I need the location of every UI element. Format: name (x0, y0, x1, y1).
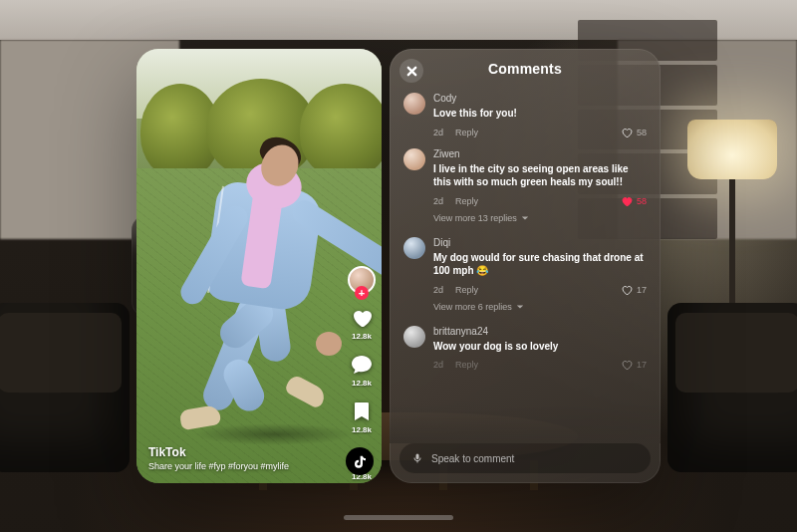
chevron-down-icon (521, 214, 529, 222)
comment-item: Cody Love this for you! 2d Reply 58 (403, 87, 647, 142)
microphone-icon (411, 452, 423, 464)
video-subject (184, 144, 334, 413)
heart-outline-icon (621, 127, 633, 138)
comment-age: 2d (433, 196, 443, 206)
view-more-replies[interactable]: View more 6 replies (433, 302, 647, 312)
video-info: TikTok Share your life #fyp #foryou #myl… (148, 445, 332, 471)
comment-count: 12.8k (352, 379, 372, 388)
reply-button[interactable]: Reply (455, 360, 478, 370)
comment-item: Diqi My dog would for sure chasing that … (403, 231, 647, 300)
avatar[interactable] (403, 148, 425, 170)
comment-like-count: 58 (637, 196, 647, 206)
avatar[interactable] (403, 237, 425, 259)
comment-author[interactable]: Cody (433, 93, 647, 104)
reply-button[interactable]: Reply (455, 285, 478, 295)
like-button[interactable]: 12.8k (350, 306, 374, 341)
comment-icon (350, 353, 374, 377)
comment-item: brittanyna24 Wow your dog is so lovely 2… (403, 320, 647, 376)
comment-text: Love this for you! (433, 107, 647, 121)
avatar[interactable] (403, 93, 425, 115)
sound-disc[interactable] (346, 447, 374, 475)
comments-button[interactable]: 12.8k (350, 353, 374, 388)
like-count: 12.8k (352, 332, 372, 341)
comment-text: I live in the city so seeing open areas … (433, 162, 647, 189)
view-more-replies[interactable]: View more 13 replies (433, 213, 647, 223)
comment-like-button[interactable]: 17 (621, 359, 647, 371)
video-caption[interactable]: Share your life #fyp #foryou #mylife (148, 461, 332, 471)
comment-author[interactable]: Ziwen (433, 148, 647, 159)
close-icon (406, 66, 417, 77)
heart-filled-icon (621, 195, 633, 207)
comment-item: Ziwen I live in the city so seeing open … (403, 142, 647, 211)
avatar[interactable] (403, 326, 425, 348)
comment-text: My dog would for sure chasing that drone… (433, 251, 647, 278)
heart-outline-icon (621, 284, 633, 296)
comments-panel: Comments Cody Love this for you! 2d Repl… (390, 49, 661, 483)
close-button[interactable] (399, 59, 423, 83)
comment-age: 2d (433, 360, 443, 370)
comment-like-button[interactable]: 58 (621, 195, 647, 207)
comment-like-count: 58 (637, 128, 647, 137)
comment-like-count: 17 (637, 285, 647, 295)
bookmark-count: 12.8k (352, 425, 372, 434)
creator-avatar-button[interactable] (348, 266, 376, 294)
comment-age: 2d (433, 128, 443, 137)
comment-like-button[interactable]: 17 (621, 284, 647, 296)
heart-icon (350, 306, 374, 330)
reply-button[interactable]: Reply (455, 128, 478, 137)
comment-input[interactable]: Speak to comment (399, 443, 651, 473)
comment-input-placeholder: Speak to comment (431, 453, 514, 464)
video-panel[interactable]: 12.8k 12.8k 12.8k 12.8k TikTok Share you… (136, 49, 382, 483)
avatar (348, 266, 376, 294)
comment-age: 2d (433, 285, 443, 295)
tiktok-icon (352, 453, 368, 469)
comment-like-count: 17 (637, 360, 647, 370)
bookmark-icon (350, 399, 374, 423)
bookmark-button[interactable]: 12.8k (350, 399, 374, 434)
video-author[interactable]: TikTok (148, 445, 332, 459)
comments-title: Comments (403, 61, 647, 77)
comment-like-button[interactable]: 58 (621, 127, 647, 138)
heart-outline-icon (621, 359, 633, 371)
comment-author[interactable]: Diqi (433, 237, 647, 248)
reply-button[interactable]: Reply (455, 196, 478, 206)
comment-author[interactable]: brittanyna24 (433, 326, 647, 337)
chevron-down-icon (516, 303, 524, 311)
comment-text: Wow your dog is so lovely (433, 340, 647, 354)
